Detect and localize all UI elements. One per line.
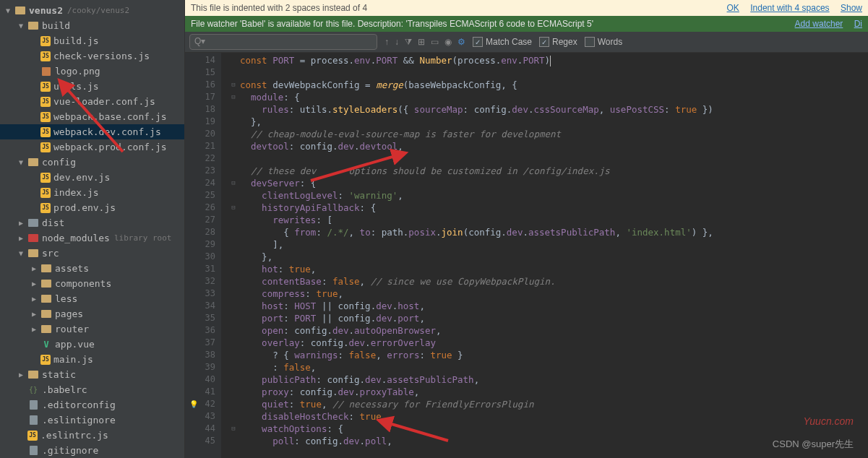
chevron-right-icon[interactable]: ▶ xyxy=(32,264,40,272)
js-icon xyxy=(40,51,51,61)
chevron-right-icon[interactable]: ▶ xyxy=(32,280,40,288)
prev-match-icon[interactable]: ↑ xyxy=(384,37,389,47)
match-case-checkbox[interactable]: ✓Match Case xyxy=(473,37,532,47)
filter-icon[interactable]: ⧩ xyxy=(405,37,412,47)
tree-label: main.js xyxy=(53,354,93,365)
tree-item[interactable]: utils.js xyxy=(0,79,184,94)
pin-icon[interactable]: ◉ xyxy=(444,37,452,47)
tree-label: prod.env.js xyxy=(53,202,116,213)
js-icon xyxy=(27,431,38,441)
tree-label: utils.js xyxy=(53,81,99,92)
banner-ok-link[interactable]: OK xyxy=(727,3,739,13)
tree-item[interactable]: ▶components xyxy=(0,276,184,291)
banner-di-link[interactable]: Di xyxy=(854,19,862,29)
regex-checkbox[interactable]: ✓Regex xyxy=(539,37,577,47)
chevron-down-icon[interactable]: ▼ xyxy=(19,158,27,166)
chevron-right-icon[interactable]: ▶ xyxy=(32,295,40,303)
js-icon xyxy=(40,82,51,92)
add-watcher-link[interactable]: Add watcher xyxy=(795,19,843,29)
vue-icon xyxy=(40,339,52,350)
settings-icon[interactable]: ⚙ xyxy=(457,37,465,47)
folder-icon xyxy=(40,263,52,275)
tree-item[interactable]: .eslintrc.js xyxy=(0,428,184,443)
chevron-right-icon[interactable]: ▶ xyxy=(19,234,27,242)
folder-icon xyxy=(27,157,39,168)
tree-label: .eslintignore xyxy=(42,415,116,425)
tree-item[interactable]: logo.png xyxy=(0,64,184,79)
tree-item[interactable]: dev.env.js xyxy=(0,170,184,185)
folder-icon xyxy=(40,324,52,335)
tree-item[interactable]: check-versions.js xyxy=(0,48,184,64)
tree-item[interactable]: index.js xyxy=(0,185,184,200)
file-icon xyxy=(27,399,39,411)
add-selection-icon[interactable]: ⊞ xyxy=(418,37,425,47)
tree-item[interactable]: vue-loader.conf.js xyxy=(0,94,184,109)
tree-item[interactable]: .gitignore xyxy=(0,443,184,458)
tree-item[interactable]: .eslintignore xyxy=(0,412,184,428)
folder-icon xyxy=(27,20,39,32)
tree-item[interactable]: prod.env.js xyxy=(0,200,184,215)
json-icon xyxy=(27,384,39,396)
tree-item[interactable]: ▶router xyxy=(0,321,184,337)
banner-show-link[interactable]: Show xyxy=(841,3,862,13)
tree-label: .eslintrc.js xyxy=(40,430,108,441)
root-label: venus2 xyxy=(29,5,63,16)
js-icon xyxy=(40,112,51,122)
tree-label: src xyxy=(42,248,59,259)
folder-icon xyxy=(27,248,39,259)
code-area[interactable]: const PORT = process.env.PORT && Number(… xyxy=(221,53,868,458)
tree-item[interactable]: build.js xyxy=(0,33,184,48)
chevron-right-icon[interactable]: ▶ xyxy=(32,325,40,333)
chevron-right-icon[interactable]: ▶ xyxy=(19,371,27,379)
tree-item[interactable]: webpack.base.conf.js xyxy=(0,109,184,124)
tree-item[interactable]: ▼src xyxy=(0,246,184,261)
select-all-icon[interactable]: ▭ xyxy=(431,37,439,47)
next-match-icon[interactable]: ↓ xyxy=(395,37,399,47)
tree-item[interactable]: webpack.dev.conf.js xyxy=(0,124,184,139)
tree-item[interactable]: ▶less xyxy=(0,291,184,306)
tree-label: webpack.dev.conf.js xyxy=(53,126,161,137)
tree-label: build xyxy=(42,20,70,31)
tree-root[interactable]: ▼ venus2 /cooky/venus2 xyxy=(0,3,184,18)
js-icon xyxy=(40,36,51,46)
tree-label: node_modules xyxy=(42,233,110,243)
code-editor[interactable]: 1415161718192021222324252627282930313233… xyxy=(185,53,868,458)
project-tree[interactable]: ▼ venus2 /cooky/venus2 ▼buildbuild.jsche… xyxy=(0,0,185,458)
chevron-down-icon[interactable]: ▼ xyxy=(6,7,14,14)
folder-icon xyxy=(40,308,52,320)
tree-item[interactable]: .babelrc xyxy=(0,382,184,397)
js-icon xyxy=(40,203,51,213)
chevron-down-icon[interactable]: ▼ xyxy=(19,249,27,257)
tree-label: pages xyxy=(55,308,83,319)
tree-item[interactable]: main.js xyxy=(0,352,184,367)
tree-label: build.js xyxy=(53,35,99,46)
tree-item[interactable]: webpack.prod.conf.js xyxy=(0,139,184,155)
png-icon xyxy=(40,66,52,77)
chevron-right-icon[interactable]: ▶ xyxy=(32,310,40,318)
tree-item[interactable]: ▶assets xyxy=(0,261,184,276)
folder-grey-icon xyxy=(27,217,39,229)
tree-label: logo.png xyxy=(55,66,100,77)
tree-item[interactable]: ▼build xyxy=(0,18,184,33)
chevron-down-icon[interactable]: ▼ xyxy=(19,22,27,30)
js-icon xyxy=(40,188,51,198)
tree-item[interactable]: ▶pages xyxy=(0,306,184,321)
tree-item[interactable]: .editorconfig xyxy=(0,397,184,412)
folder-icon xyxy=(40,278,52,290)
banner-indent-link[interactable]: Indent with 4 spaces xyxy=(750,3,829,13)
find-nav-icons: ↑ ↓ ⧩ ⊞ ▭ ◉ ⚙ xyxy=(384,37,465,47)
find-input[interactable]: Q▾ xyxy=(189,34,377,50)
tree-label: router xyxy=(55,324,89,334)
tree-item[interactable]: ▼config xyxy=(0,155,184,170)
chevron-right-icon[interactable]: ▶ xyxy=(19,219,27,227)
tree-label: app.vue xyxy=(55,339,95,350)
tree-item[interactable]: ▶dist xyxy=(0,215,184,230)
search-icon: Q▾ xyxy=(194,36,205,46)
words-checkbox[interactable]: Words xyxy=(585,37,622,47)
tree-item[interactable]: ▶node_moduleslibrary root xyxy=(0,230,184,246)
watcher-banner: File watcher 'Babel' is available for th… xyxy=(185,16,868,32)
tree-label: assets xyxy=(55,263,89,274)
tree-label: dev.env.js xyxy=(53,172,110,183)
tree-item[interactable]: ▶static xyxy=(0,367,184,382)
tree-item[interactable]: app.vue xyxy=(0,337,184,352)
